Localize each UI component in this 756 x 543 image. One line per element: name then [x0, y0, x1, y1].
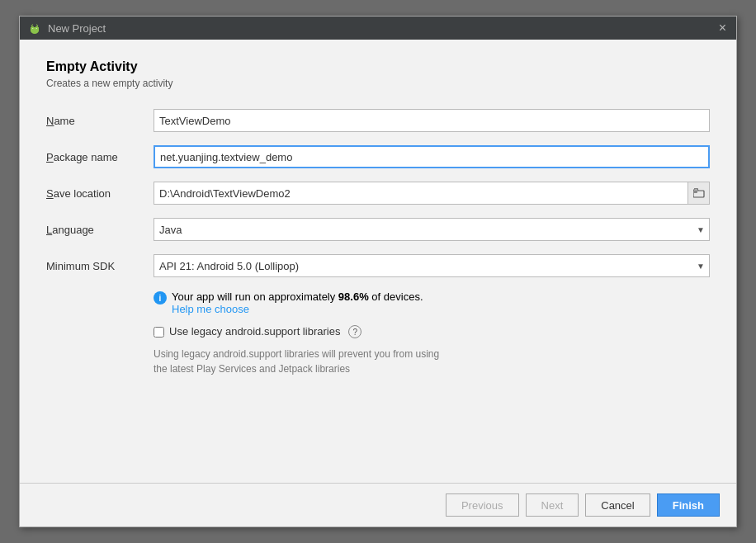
- section-subtitle: Creates a new empty activity: [46, 78, 710, 89]
- finish-button[interactable]: Finish: [657, 493, 720, 517]
- name-input[interactable]: [154, 109, 710, 132]
- legacy-support-row: Use legacy android.support libraries ?: [154, 325, 710, 338]
- help-me-choose-link[interactable]: Help me choose: [172, 303, 249, 315]
- new-project-dialog: New Project × Empty Activity Creates a n…: [19, 16, 737, 527]
- info-text-block: Your app will run on approximately 98.6%…: [172, 290, 423, 315]
- svg-point-6: [32, 28, 33, 29]
- info-row: i Your app will run on approximately 98.…: [154, 290, 710, 315]
- title-bar: New Project ×: [20, 17, 736, 40]
- cancel-button[interactable]: Cancel: [585, 493, 650, 517]
- save-location-wrapper: [154, 182, 710, 205]
- language-select-wrapper: Java Kotlin ▼: [154, 218, 710, 241]
- close-button[interactable]: ×: [717, 21, 728, 35]
- legacy-support-checkbox[interactable]: [154, 327, 164, 338]
- save-location-input[interactable]: [154, 182, 687, 204]
- svg-point-7: [36, 28, 37, 29]
- name-label: Name: [46, 115, 154, 127]
- info-text-start: Your app will run on approximately: [172, 290, 338, 303]
- save-location-row: Save location: [46, 182, 710, 205]
- language-label: Language: [46, 224, 154, 236]
- package-name-label: Package name: [46, 151, 154, 163]
- package-name-input[interactable]: [154, 145, 710, 168]
- legacy-support-label[interactable]: Use legacy android.support libraries: [169, 325, 340, 338]
- min-sdk-select-wrapper: API 21: Android 5.0 (Lollipop) API 16: A…: [154, 254, 710, 277]
- info-icon: i: [154, 291, 167, 305]
- name-row: Name: [46, 109, 710, 132]
- language-row: Language Java Kotlin ▼: [46, 218, 710, 241]
- language-select[interactable]: Java Kotlin: [154, 218, 710, 241]
- info-text-end: of devices.: [369, 290, 423, 303]
- previous-button[interactable]: Previous: [446, 493, 519, 517]
- package-name-row: Package name: [46, 145, 710, 168]
- save-location-label: Save location: [46, 187, 154, 200]
- svg-rect-9: [693, 191, 697, 193]
- min-sdk-label: Minimum SDK: [46, 260, 154, 272]
- browse-button[interactable]: [687, 182, 709, 204]
- android-icon: [28, 21, 41, 35]
- checkbox-help-icon[interactable]: ?: [348, 325, 361, 338]
- min-sdk-select[interactable]: API 21: Android 5.0 (Lollipop) API 16: A…: [154, 254, 710, 277]
- section-title: Empty Activity: [46, 59, 710, 74]
- info-highlight: 98.6%: [338, 290, 369, 303]
- checkbox-description: Using legacy android.support libraries w…: [154, 347, 710, 376]
- dialog-title: New Project: [48, 22, 711, 35]
- dialog-footer: Previous Next Cancel Finish: [20, 483, 736, 526]
- dialog-body: Empty Activity Creates a new empty activ…: [20, 40, 736, 483]
- min-sdk-row: Minimum SDK API 21: Android 5.0 (Lollipo…: [46, 254, 710, 277]
- next-button[interactable]: Next: [526, 493, 579, 517]
